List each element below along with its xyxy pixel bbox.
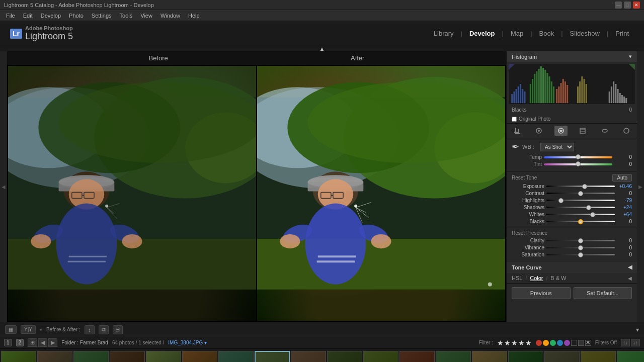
ba-copy-button[interactable]: ⧉ xyxy=(99,325,109,334)
star-4[interactable]: ★ xyxy=(518,339,525,347)
histogram-header[interactable]: Histogram ▾ xyxy=(507,51,637,62)
thumb-18[interactable] xyxy=(617,351,644,362)
clarity-slider[interactable] xyxy=(546,240,615,241)
previous-button[interactable]: Previous xyxy=(512,287,571,299)
whites-knob[interactable] xyxy=(590,212,595,217)
star-rating[interactable]: ★ ★ ★ ★ ★ xyxy=(497,339,532,347)
star-2[interactable]: ★ xyxy=(504,339,511,347)
star-1[interactable]: ★ xyxy=(497,339,504,347)
highlights-slider[interactable] xyxy=(546,200,615,201)
saturation-knob[interactable] xyxy=(578,252,583,257)
thumb-7[interactable] xyxy=(218,351,254,362)
toolbar-end-arrow[interactable]: ▾ xyxy=(636,326,639,333)
color-green[interactable] xyxy=(550,340,556,346)
spot-removal-icon[interactable] xyxy=(532,126,545,136)
temp-slider[interactable] xyxy=(544,156,612,158)
blacks-knob[interactable] xyxy=(578,219,583,224)
star-3[interactable]: ★ xyxy=(511,339,518,347)
thumb-17[interactable] xyxy=(581,351,616,362)
thumb-10[interactable] xyxy=(327,351,362,362)
vibrance-knob[interactable] xyxy=(578,245,583,250)
menu-edit[interactable]: Edit xyxy=(19,12,37,20)
auto-tone-button[interactable]: Auto xyxy=(612,174,632,182)
nav-library[interactable]: Library xyxy=(429,28,459,39)
vibrance-slider[interactable] xyxy=(546,247,615,248)
ba-options-button[interactable]: ⊟ xyxy=(113,325,123,334)
thumb-15[interactable] xyxy=(508,351,543,362)
thumb-13[interactable] xyxy=(436,351,471,362)
shadows-slider[interactable] xyxy=(546,207,615,208)
temp-knob[interactable] xyxy=(576,154,581,159)
menu-file[interactable]: File xyxy=(2,12,19,20)
color-flag-2[interactable] xyxy=(578,340,584,346)
wb-dropdown[interactable]: As Shot Auto Daylight Cloudy Custom xyxy=(540,143,574,151)
thumb-16[interactable] xyxy=(544,351,580,362)
exposure-knob[interactable] xyxy=(582,184,587,189)
hsl-toggle-icon[interactable]: ◀ xyxy=(628,276,632,281)
contrast-knob[interactable] xyxy=(578,191,583,196)
ba-swap-button[interactable]: ↕ xyxy=(85,325,95,334)
tint-slider[interactable] xyxy=(544,163,612,165)
view-mode-button[interactable]: ▦ xyxy=(5,325,17,334)
menu-view[interactable]: View xyxy=(136,12,156,20)
right-panel-collapse[interactable]: ▶ xyxy=(637,51,644,322)
color-tab[interactable]: Color xyxy=(530,275,543,281)
close-button[interactable]: ✕ xyxy=(633,2,640,9)
maximize-button[interactable]: □ xyxy=(624,2,631,9)
highlights-knob[interactable] xyxy=(558,198,564,203)
clarity-knob[interactable] xyxy=(578,238,583,243)
star-5[interactable]: ★ xyxy=(525,339,532,347)
compare-yx-button[interactable]: Y|Y xyxy=(21,325,36,334)
exposure-slider[interactable] xyxy=(546,186,615,187)
saturation-slider[interactable] xyxy=(546,254,615,255)
collapse-top-arrow[interactable]: ▲ xyxy=(0,46,644,51)
thumb-6[interactable] xyxy=(182,351,217,362)
color-yellow[interactable] xyxy=(543,340,549,346)
reset-presence-button[interactable]: Reset Presence xyxy=(512,230,547,236)
nav-grid-icon[interactable]: ⊞ xyxy=(28,338,37,347)
menu-help[interactable]: Help xyxy=(184,12,204,20)
bw-tab[interactable]: B & W xyxy=(550,275,566,281)
set-default-button[interactable]: Set Default... xyxy=(574,287,632,299)
menu-window[interactable]: Window xyxy=(156,12,184,20)
thumb-4[interactable] xyxy=(110,351,145,362)
menu-tools[interactable]: Tools xyxy=(116,12,137,20)
shadows-knob[interactable] xyxy=(586,205,591,210)
tint-knob[interactable] xyxy=(576,161,581,166)
crop-tool-icon[interactable] xyxy=(511,126,524,136)
sort-desc-button[interactable]: ↓↑ xyxy=(631,339,640,346)
thumb-9[interactable] xyxy=(291,351,326,362)
nav-next-button[interactable]: ▶ xyxy=(48,338,57,347)
thumb-14[interactable] xyxy=(472,351,507,362)
sort-asc-button[interactable]: ↑↓ xyxy=(621,339,630,346)
contrast-slider[interactable] xyxy=(546,193,615,194)
reset-tone-button[interactable]: Reset Tone xyxy=(512,175,537,180)
color-flag-1[interactable] xyxy=(571,340,577,346)
thumb-1[interactable] xyxy=(1,351,36,362)
color-red[interactable] xyxy=(536,340,542,346)
thumb-12[interactable] xyxy=(399,351,435,362)
menu-develop[interactable]: Develop xyxy=(37,12,65,20)
whites-slider[interactable] xyxy=(546,214,615,215)
graduated-filter-icon[interactable] xyxy=(576,126,589,136)
red-eye-icon[interactable] xyxy=(554,126,568,136)
color-blue[interactable] xyxy=(557,340,563,346)
nav-develop[interactable]: Develop xyxy=(464,28,500,39)
nav-prev-button[interactable]: ◀ xyxy=(38,338,47,347)
menu-settings[interactable]: Settings xyxy=(88,12,116,20)
minimize-button[interactable]: — xyxy=(615,2,622,9)
tone-curve-header[interactable]: Tone Curve ◀ xyxy=(507,261,637,273)
color-flag-3[interactable]: ✕ xyxy=(585,340,591,346)
thumb-8[interactable] xyxy=(255,351,290,362)
eyedropper-icon[interactable]: ✒ xyxy=(512,141,519,152)
adjustment-brush-icon[interactable] xyxy=(620,126,633,136)
radial-filter-icon[interactable] xyxy=(598,126,611,136)
color-purple[interactable] xyxy=(564,340,570,346)
hsl-tab[interactable]: HSL xyxy=(512,275,522,281)
thumb-5[interactable] xyxy=(146,351,181,362)
left-panel-collapse[interactable]: ◀ xyxy=(0,51,7,322)
nav-slideshow[interactable]: Slideshow xyxy=(565,28,605,39)
thumb-3[interactable] xyxy=(73,351,109,362)
thumb-2[interactable] xyxy=(37,351,72,362)
blacks-slider[interactable] xyxy=(546,221,615,222)
